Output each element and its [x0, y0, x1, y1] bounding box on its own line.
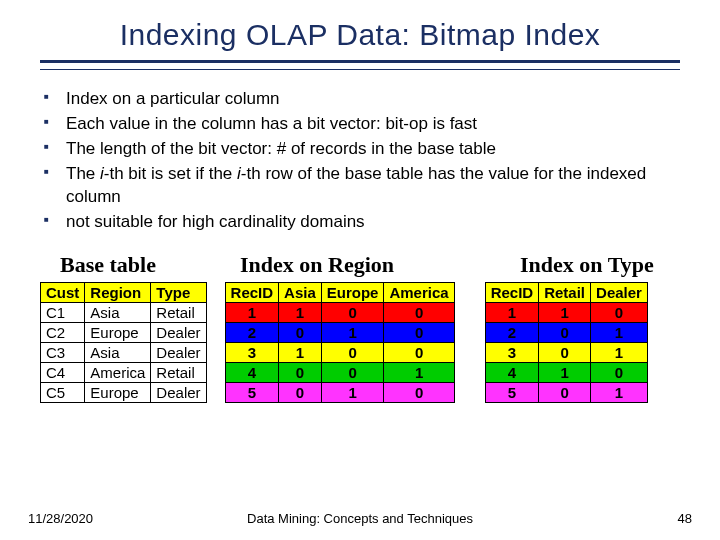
bullet-list: Index on a particular column Each value … [40, 88, 680, 234]
table-header-row: RecID Retail Dealer [485, 282, 647, 302]
slide: Indexing OLAP Data: Bitmap Index Index o… [0, 0, 720, 540]
cell: C3 [41, 342, 85, 362]
cell: 0 [539, 322, 591, 342]
bullet-item: Each value in the column has a bit vecto… [66, 113, 680, 136]
cell: C4 [41, 362, 85, 382]
slide-footer: 11/28/2020 Data Mining: Concepts and Tec… [0, 511, 720, 526]
cell: 1 [591, 342, 648, 362]
cell: 0 [321, 342, 384, 362]
cell: 0 [321, 302, 384, 322]
col-header: RecID [225, 282, 279, 302]
cell: 0 [321, 362, 384, 382]
table-row: 410 [485, 362, 647, 382]
cell: 5 [225, 382, 279, 402]
cell: 3 [225, 342, 279, 362]
table-row: C4AmericaRetail [41, 362, 207, 382]
region-index-label: Index on Region [230, 252, 520, 278]
table-row: 110 [485, 302, 647, 322]
title-rule-thick [40, 60, 680, 63]
cell: 1 [591, 322, 648, 342]
text: -th bit is set if the [104, 164, 237, 183]
col-header: Dealer [591, 282, 648, 302]
col-header: Cust [41, 282, 85, 302]
table-row: C1AsiaRetail [41, 302, 207, 322]
cell: 1 [485, 302, 539, 322]
cell: 1 [225, 302, 279, 322]
col-header: Retail [539, 282, 591, 302]
footer-title: Data Mining: Concepts and Techniques [0, 511, 720, 526]
cell: 5 [485, 382, 539, 402]
bullet-item: not suitable for high cardinality domain… [66, 211, 680, 234]
tables-row: Cust Region Type C1AsiaRetail C2EuropeDe… [40, 282, 680, 403]
cell: 1 [591, 382, 648, 402]
table-header-row: Cust Region Type [41, 282, 207, 302]
cell: 4 [485, 362, 539, 382]
cell: 1 [384, 362, 454, 382]
cell: 0 [384, 342, 454, 362]
slide-title: Indexing OLAP Data: Bitmap Index [40, 18, 680, 52]
cell: 0 [591, 362, 648, 382]
cell: 3 [485, 342, 539, 362]
col-header: Europe [321, 282, 384, 302]
cell: Dealer [151, 322, 206, 342]
cell: Retail [151, 362, 206, 382]
cell: 1 [279, 302, 322, 322]
table-row: C3AsiaDealer [41, 342, 207, 362]
table-header-row: RecID Asia Europe America [225, 282, 454, 302]
col-header: America [384, 282, 454, 302]
bullet-item: The i-th bit is set if the i-th row of t… [66, 163, 680, 209]
table-row: 1100 [225, 302, 454, 322]
cell: 1 [321, 382, 384, 402]
table-row: 4001 [225, 362, 454, 382]
cell: 2 [225, 322, 279, 342]
cell: 1 [321, 322, 384, 342]
table-row: 501 [485, 382, 647, 402]
bullet-item: Index on a particular column [66, 88, 680, 111]
type-index-table: RecID Retail Dealer 110 201 301 410 501 [485, 282, 648, 403]
table-row: 201 [485, 322, 647, 342]
table-row: 2010 [225, 322, 454, 342]
cell: 0 [539, 382, 591, 402]
col-header: Type [151, 282, 206, 302]
cell: Dealer [151, 382, 206, 402]
cell: 1 [539, 302, 591, 322]
table-row: 3100 [225, 342, 454, 362]
col-header: RecID [485, 282, 539, 302]
type-index-label: Index on Type [520, 252, 680, 278]
table-row: 5010 [225, 382, 454, 402]
cell: 0 [279, 322, 322, 342]
cell: 4 [225, 362, 279, 382]
bullet-item: The length of the bit vector: # of recor… [66, 138, 680, 161]
cell: 0 [279, 382, 322, 402]
cell: America [85, 362, 151, 382]
text: The [66, 164, 100, 183]
cell: 1 [279, 342, 322, 362]
col-header: Asia [279, 282, 322, 302]
table-labels-row: Base table Index on Region Index on Type [40, 252, 680, 278]
cell: Europe [85, 382, 151, 402]
cell: 0 [279, 362, 322, 382]
cell: 0 [384, 382, 454, 402]
cell: C5 [41, 382, 85, 402]
cell: 0 [539, 342, 591, 362]
cell: 0 [591, 302, 648, 322]
cell: Retail [151, 302, 206, 322]
title-rule-thin [40, 69, 680, 70]
cell: Dealer [151, 342, 206, 362]
region-index-table: RecID Asia Europe America 1100 2010 3100… [225, 282, 455, 403]
cell: 2 [485, 322, 539, 342]
cell: 0 [384, 322, 454, 342]
col-header: Region [85, 282, 151, 302]
cell: 1 [539, 362, 591, 382]
cell: C1 [41, 302, 85, 322]
base-table-label: Base table [40, 252, 230, 278]
table-row: 301 [485, 342, 647, 362]
base-table: Cust Region Type C1AsiaRetail C2EuropeDe… [40, 282, 207, 403]
cell: 0 [384, 302, 454, 322]
table-row: C2EuropeDealer [41, 322, 207, 342]
cell: Asia [85, 342, 151, 362]
cell: Asia [85, 302, 151, 322]
cell: C2 [41, 322, 85, 342]
table-row: C5EuropeDealer [41, 382, 207, 402]
cell: Europe [85, 322, 151, 342]
